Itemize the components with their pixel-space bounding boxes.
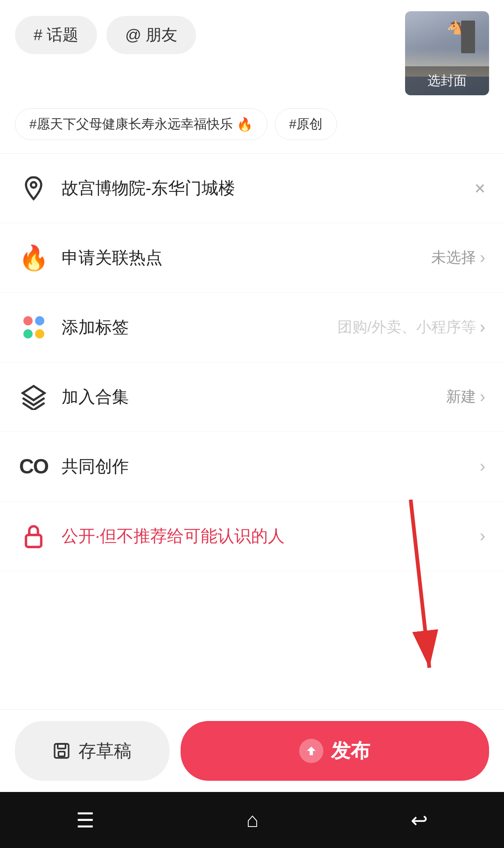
sys-menu-button[interactable]: ☰: [48, 799, 122, 841]
top-section: # 话题 @ 朋友 🐴 选封面: [0, 0, 504, 95]
location-close-icon[interactable]: ×: [475, 178, 485, 199]
location-icon: [19, 173, 49, 203]
system-nav-bar: ☰ ⌂ ↩: [0, 792, 504, 848]
lock-icon: [19, 521, 49, 551]
svg-rect-7: [59, 752, 65, 756]
cover-thumbnail[interactable]: 🐴 选封面: [405, 11, 489, 95]
co-icon: CO: [19, 452, 49, 481]
menu-row-co-create[interactable]: CO 共同创作 ›: [0, 432, 504, 502]
sys-home-button[interactable]: ⌂: [218, 799, 287, 841]
hashtag-chip-2[interactable]: #原创: [275, 108, 337, 140]
tags-icon: [19, 312, 49, 342]
hashtag-row: #愿天下父母健康长寿永远幸福快乐 🔥 #原创: [0, 95, 504, 140]
svg-marker-1: [23, 386, 45, 400]
collection-chevron: ›: [480, 387, 485, 407]
privacy-label: 公开·但不推荐给可能认识的人: [62, 525, 467, 548]
tags-right: 团购/外卖、小程序等 ›: [337, 317, 485, 338]
tags-chevron: ›: [480, 318, 485, 337]
hashtag-chip-1[interactable]: #愿天下父母健康长寿永远幸福快乐 🔥: [15, 108, 267, 140]
publish-icon: [299, 739, 323, 763]
tags-right-text: 团购/外卖、小程序等: [337, 317, 476, 338]
privacy-right: ›: [480, 526, 485, 546]
publish-button[interactable]: 发布: [181, 721, 489, 781]
collection-label: 加入合集: [62, 386, 433, 409]
svg-rect-2: [26, 535, 42, 547]
menu-row-hot-topic[interactable]: 🔥 申请关联热点 未选择 ›: [0, 223, 504, 293]
collection-right-text: 新建: [446, 387, 476, 407]
cover-label[interactable]: 选封面: [405, 66, 489, 95]
hashtag-text-1: #愿天下父母健康长寿永远幸福快乐: [29, 115, 233, 133]
fire-emoji-1: 🔥: [237, 117, 253, 132]
topic-button[interactable]: # 话题: [15, 16, 97, 54]
friend-button[interactable]: @ 朋友: [106, 16, 196, 54]
hot-topic-label: 申请关联热点: [62, 247, 418, 269]
svg-point-0: [31, 182, 36, 188]
co-create-label: 共同创作: [62, 455, 467, 478]
save-icon: [52, 742, 71, 760]
menu-row-tags[interactable]: 添加标签 团购/外卖、小程序等 ›: [0, 293, 504, 362]
hot-topic-right-text: 未选择: [431, 247, 476, 268]
co-create-chevron: ›: [480, 457, 485, 476]
publish-label: 发布: [331, 738, 370, 764]
sys-back-button[interactable]: ↩: [383, 799, 456, 841]
tags-label: 添加标签: [62, 316, 324, 339]
menu-row-privacy[interactable]: 公开·但不推荐给可能认识的人 ›: [0, 502, 504, 571]
menu-row-location[interactable]: 故宫博物院-东华门城楼 ×: [0, 154, 504, 223]
layers-icon: [19, 382, 49, 412]
menu-list: 故宫博物院-东华门城楼 × 🔥 申请关联热点 未选择 ›: [0, 154, 504, 571]
collection-right: 新建 ›: [446, 387, 485, 407]
co-create-right: ›: [480, 457, 485, 476]
hashtag-text-2: #原创: [289, 115, 323, 133]
hot-topic-chevron: ›: [480, 248, 485, 268]
hot-topic-right: 未选择 ›: [431, 247, 485, 268]
location-label: 故宫博物院-东华门城楼: [62, 177, 462, 200]
menu-row-collection[interactable]: 加入合集 新建 ›: [0, 362, 504, 432]
tag-buttons: # 话题 @ 朋友: [15, 11, 394, 54]
svg-rect-6: [58, 744, 66, 749]
save-draft-label: 存草稿: [78, 739, 132, 763]
save-draft-button[interactable]: 存草稿: [15, 721, 169, 781]
bottom-action-bar: 存草稿 发布: [0, 709, 504, 792]
fire-icon: 🔥: [19, 243, 49, 273]
privacy-chevron: ›: [480, 526, 485, 546]
upload-icon: [305, 744, 318, 757]
tree-decoration: [461, 21, 475, 53]
